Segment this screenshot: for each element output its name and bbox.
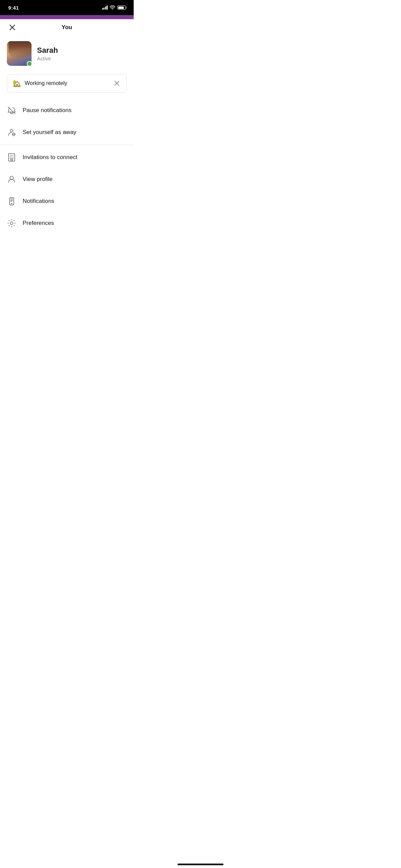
profile-section: Sarah Active: [0, 36, 134, 73]
svg-point-4: [10, 129, 13, 132]
person-away-icon: [7, 128, 16, 137]
clear-status-button[interactable]: [113, 79, 121, 87]
purple-peek-bar: [0, 15, 134, 19]
invitations-label: Invitations to connect: [23, 154, 77, 161]
wifi-icon: [110, 5, 115, 10]
sheet-header: You: [0, 19, 134, 36]
pause-notifications-label: Pause notifications: [23, 107, 72, 114]
avatar-container: [7, 41, 32, 66]
phone-notifications-icon: [7, 196, 16, 206]
building-icon: [7, 153, 16, 162]
status-message-text: Working remotely: [25, 80, 67, 86]
profile-active-status: Active: [37, 56, 58, 61]
menu-divider: [0, 145, 134, 145]
gear-icon: [7, 218, 16, 228]
menu-section: Pause notifications Set yourself as away: [0, 99, 134, 234]
close-button[interactable]: [7, 22, 18, 33]
notifications-label: Notifications: [23, 198, 54, 205]
status-time: 9:41: [8, 5, 19, 11]
status-emoji: 🏡: [13, 79, 21, 87]
svg-point-20: [10, 222, 13, 225]
menu-item-set-away[interactable]: Set yourself as away: [0, 121, 134, 143]
menu-item-notifications[interactable]: Notifications: [0, 190, 134, 212]
status-content: 🏡 Working remotely: [13, 79, 67, 87]
online-status-dot: [27, 61, 32, 67]
menu-item-preferences[interactable]: Preferences: [0, 212, 134, 234]
menu-item-pause-notifications[interactable]: Pause notifications: [0, 99, 134, 121]
battery-icon: [117, 5, 127, 10]
svg-point-19: [11, 203, 12, 204]
person-icon: [7, 174, 16, 184]
bell-off-icon: [7, 106, 16, 115]
page-title: You: [62, 24, 72, 31]
view-profile-label: View profile: [23, 176, 53, 183]
menu-item-invitations[interactable]: Invitations to connect: [0, 146, 134, 168]
profile-info: Sarah Active: [37, 46, 58, 61]
profile-name: Sarah: [37, 46, 58, 55]
status-message-box[interactable]: 🏡 Working remotely: [7, 74, 127, 93]
clear-status-icon: [114, 81, 119, 86]
menu-item-view-profile[interactable]: View profile: [0, 168, 134, 190]
close-icon: [9, 24, 15, 31]
preferences-label: Preferences: [23, 220, 54, 227]
set-away-label: Set yourself as away: [23, 129, 76, 136]
svg-rect-15: [11, 159, 12, 161]
signal-icon: [102, 5, 108, 10]
status-icons: [102, 5, 127, 10]
status-bar: 9:41: [0, 0, 134, 15]
